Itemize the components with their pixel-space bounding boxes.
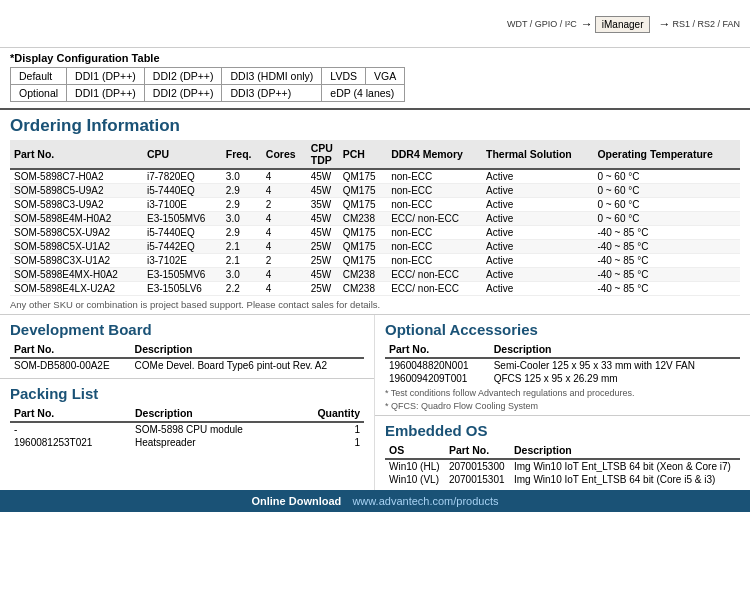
- col-part: Part No.: [10, 406, 131, 422]
- ordering-cell-thermal: Active: [482, 184, 593, 198]
- ordering-cell-ddr4: ECC/ non-ECC: [387, 282, 482, 296]
- emb-os-title: Embedded OS: [385, 422, 740, 439]
- online-download-bar: Online Download www.advantech.com/produc…: [0, 490, 750, 512]
- col-cores: Cores: [262, 140, 307, 169]
- acc-note-1: * Test conditions follow Advantech regul…: [385, 388, 740, 398]
- display-config-table: Default DDI1 (DP++) DDI2 (DP++) DDI3 (HD…: [10, 67, 405, 102]
- ordering-cell-ddr4: ECC/ non-ECC: [387, 212, 482, 226]
- ordering-table: Part No. CPU Freq. Cores CPU TDP PCH DDR…: [10, 140, 740, 296]
- col-desc: Description: [490, 342, 740, 358]
- ordering-cell-cores: 4: [262, 226, 307, 240]
- ordering-cell-freq: 2.9: [222, 226, 262, 240]
- ordering-cell-part: SOM-5898C3-U9A2: [10, 198, 143, 212]
- ordering-cell-cores: 4: [262, 169, 307, 184]
- acc-part-2: 1960094209T001: [385, 372, 490, 385]
- ordering-cell-op_temp: 0 ~ 60 °C: [593, 184, 740, 198]
- vga-default: VGA: [365, 68, 404, 85]
- ordering-cell-ddr4: non-ECC: [387, 226, 482, 240]
- table-row: SOM-5898C7-H0A2i7-7820EQ3.0445WQM175non-…: [10, 169, 740, 184]
- online-download-label: Online Download: [251, 495, 341, 507]
- ordering-cell-part: SOM-5898C7-H0A2: [10, 169, 143, 184]
- ordering-header-row: Part No. CPU Freq. Cores CPU TDP PCH DDR…: [10, 140, 740, 169]
- ordering-cell-cores: 4: [262, 184, 307, 198]
- table-row: Win10 (VL) 2070015301 Img Win10 IoT Ent_…: [385, 473, 740, 486]
- opt-acc-title: Optional Accessories: [385, 321, 740, 338]
- ordering-cell-thermal: Active: [482, 169, 593, 184]
- ordering-cell-op_temp: -40 ~ 85 °C: [593, 226, 740, 240]
- opt-acc-section: Optional Accessories Part No. Descriptio…: [375, 315, 750, 416]
- ordering-cell-part: SOM-5898E4LX-U2A2: [10, 282, 143, 296]
- table-row: - SOM-5898 CPU module 1: [10, 422, 364, 436]
- os-desc-1: Img Win10 IoT Ent_LTSB 64 bit (Xeon & Co…: [510, 459, 740, 473]
- ordering-cell-op_temp: 0 ~ 60 °C: [593, 198, 740, 212]
- table-row: 1960048820N001 Semi-Cooler 125 x 95 x 33…: [385, 358, 740, 372]
- dev-board-section: Development Board Part No. Description S…: [0, 315, 374, 379]
- packing-qty-1: 1: [293, 422, 364, 436]
- os-name-2: Win10 (VL): [385, 473, 445, 486]
- online-download-url[interactable]: www.advantech.com/products: [352, 495, 498, 507]
- table-row: SOM-5898E4LX-U2A2E3-1505LV62.2425WCM238E…: [10, 282, 740, 296]
- ordering-cell-thermal: Active: [482, 240, 593, 254]
- table-row: SOM-5898E4MX-H0A2E3-1505MV63.0445WCM238E…: [10, 268, 740, 282]
- col-os: OS: [385, 443, 445, 459]
- ordering-cell-pch: CM238: [339, 212, 387, 226]
- ordering-cell-op_temp: 0 ~ 60 °C: [593, 169, 740, 184]
- table-row: SOM-DB5800-00A2E COMe Devel. Board Type6…: [10, 358, 364, 372]
- ordering-cell-ddr4: ECC/ non-ECC: [387, 268, 482, 282]
- bottom-sections: Development Board Part No. Description S…: [0, 315, 750, 490]
- lvds-default: LVDS: [322, 68, 366, 85]
- ordering-cell-part: SOM-5898C3X-U1A2: [10, 254, 143, 268]
- ordering-cell-cores: 4: [262, 240, 307, 254]
- ordering-cell-tdp: 45W: [307, 212, 339, 226]
- ordering-cell-freq: 3.0: [222, 268, 262, 282]
- ordering-cell-freq: 2.9: [222, 198, 262, 212]
- ordering-cell-pch: QM175: [339, 169, 387, 184]
- ordering-cell-cpu: i5-7440EQ: [143, 226, 222, 240]
- table-row: SOM-5898C5X-U1A2i5-7442EQ2.1425WQM175non…: [10, 240, 740, 254]
- ordering-cell-cpu: E3-1505MV6: [143, 268, 222, 282]
- ordering-cell-cores: 4: [262, 212, 307, 226]
- ddi1-default: DDI1 (DP++): [67, 68, 145, 85]
- packing-part-1: -: [10, 422, 131, 436]
- col-pch: PCH: [339, 140, 387, 169]
- ordering-cell-thermal: Active: [482, 268, 593, 282]
- ordering-cell-cpu: i7-7820EQ: [143, 169, 222, 184]
- dev-board-header-row: Part No. Description: [10, 342, 364, 358]
- ordering-cell-op_temp: -40 ~ 85 °C: [593, 254, 740, 268]
- rs-label: RS1 / RS2 / FAN: [672, 19, 740, 29]
- col-freq: Freq.: [222, 140, 262, 169]
- right-sections: Optional Accessories Part No. Descriptio…: [375, 315, 750, 490]
- edp-optional: eDP (4 lanes): [322, 85, 405, 102]
- packing-header-row: Part No. Description Quantity: [10, 406, 364, 422]
- dev-board-desc: COMe Devel. Board Type6 pint-out Rev. A2: [131, 358, 364, 372]
- ordering-cell-cores: 4: [262, 268, 307, 282]
- ordering-cell-tdp: 45W: [307, 169, 339, 184]
- emb-os-section: Embedded OS OS Part No. Description Win1…: [375, 416, 750, 490]
- top-diagram: WDT / GPIO / I²C → iManager → RS1 / RS2 …: [0, 0, 750, 48]
- left-sections: Development Board Part No. Description S…: [0, 315, 375, 490]
- table-row: SOM-5898E4M-H0A2E3-1505MV63.0445WCM238EC…: [10, 212, 740, 226]
- col-qty: Quantity: [293, 406, 364, 422]
- acc-part-1: 1960048820N001: [385, 358, 490, 372]
- ordering-cell-thermal: Active: [482, 282, 593, 296]
- table-row: Default DDI1 (DP++) DDI2 (DP++) DDI3 (HD…: [11, 68, 405, 85]
- ddi2-optional: DDI2 (DP++): [144, 85, 222, 102]
- display-config-section: *Display Configuration Table Default DDI…: [0, 48, 750, 110]
- packing-table: Part No. Description Quantity - SOM-5898…: [10, 406, 364, 449]
- ordering-cell-op_temp: 0 ~ 60 °C: [593, 212, 740, 226]
- table-row: Optional DDI1 (DP++) DDI2 (DP++) DDI3 (D…: [11, 85, 405, 102]
- ordering-cell-freq: 2.1: [222, 254, 262, 268]
- ddi3-optional: DDI3 (DP++): [222, 85, 322, 102]
- ordering-title: Ordering Information: [10, 116, 740, 136]
- ordering-cell-tdp: 25W: [307, 282, 339, 296]
- ordering-cell-tdp: 25W: [307, 254, 339, 268]
- dev-board-part: SOM-DB5800-00A2E: [10, 358, 131, 372]
- ordering-cell-thermal: Active: [482, 212, 593, 226]
- ordering-cell-thermal: Active: [482, 254, 593, 268]
- ordering-cell-freq: 3.0: [222, 169, 262, 184]
- ordering-cell-ddr4: non-ECC: [387, 169, 482, 184]
- col-desc: Description: [131, 406, 293, 422]
- packing-qty-2: 1: [293, 436, 364, 449]
- ordering-cell-tdp: 45W: [307, 268, 339, 282]
- ordering-cell-part: SOM-5898C5X-U1A2: [10, 240, 143, 254]
